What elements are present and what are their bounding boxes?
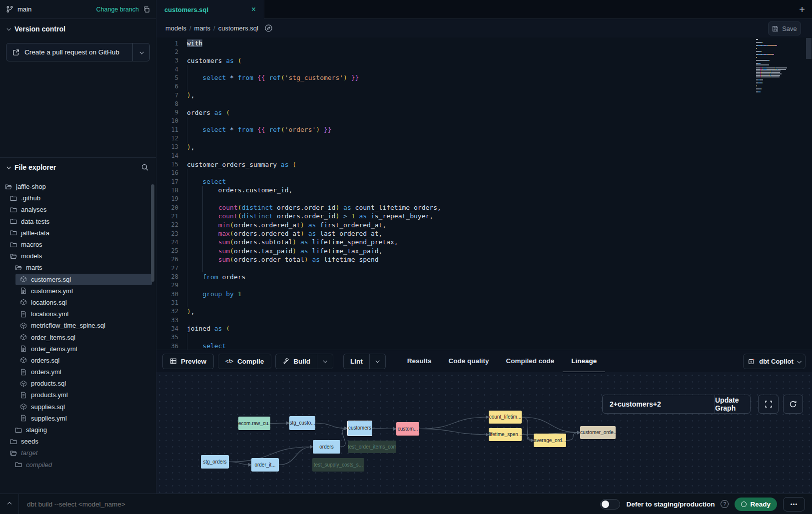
file-tree-item-macros[interactable]: macros — [10, 239, 152, 250]
lineage-node-raw_customers[interactable]: ecom.raw_cu... — [238, 417, 270, 430]
code-line: 11 select * from {{ ref('orders') }} — [156, 125, 757, 134]
indent-guide — [202, 238, 203, 246]
code-line: 3customers as ( — [156, 56, 757, 65]
dbt-command-input[interactable] — [19, 501, 600, 508]
file-tree-item-models[interactable]: models — [10, 250, 152, 262]
create-pr-button[interactable]: Create a pull request on GitHub — [6, 43, 150, 61]
indent-guide — [187, 134, 187, 142]
file-tree-item-customers-sql[interactable]: customers.sql — [15, 274, 152, 285]
file-tree-item-data-tests[interactable]: data-tests — [10, 216, 152, 227]
code-text: group by 1 — [178, 290, 242, 298]
build-dropdown[interactable] — [317, 354, 333, 369]
file-tree-item-jaffle-shop[interactable]: jaffle-shop — [5, 181, 152, 192]
tab-results[interactable]: Results — [399, 350, 440, 373]
status-ready-badge[interactable]: Ready — [735, 498, 777, 511]
file-explorer-header[interactable]: File explorer — [0, 158, 156, 177]
file-tree-item-seeds[interactable]: seeds — [10, 436, 152, 447]
code-line: 2 — [156, 47, 757, 56]
file-tree-item-locations-sql[interactable]: locations.sql — [20, 297, 152, 308]
tab-customers-sql[interactable]: customers.sql × — [156, 0, 264, 19]
table-icon — [170, 358, 177, 365]
lineage-compass-icon[interactable] — [264, 24, 273, 32]
code-line: 19 — [156, 195, 757, 203]
dbt-copilot-button[interactable]: dbt Copilot — [743, 354, 806, 369]
lineage-node-test_supply[interactable]: test_supply_costs_s... — [312, 458, 364, 472]
file-tree-item-marts[interactable]: marts — [15, 262, 152, 273]
version-control-header[interactable]: Version control — [0, 19, 156, 39]
file-tree-item-target[interactable]: target — [10, 447, 152, 459]
line-number: 33 — [156, 317, 178, 324]
lineage-edges — [156, 372, 812, 494]
lineage-node-order_items[interactable]: order_it... — [251, 458, 279, 472]
file-tree-item-metricflow-time-spine-sql[interactable]: metricflow_time_spine.sql — [20, 320, 152, 331]
lineage-node-orders[interactable]: orders — [313, 440, 340, 454]
lineage-node-customers[interactable]: customers — [347, 421, 372, 436]
file-tree-item-locations-yml[interactable]: locations.yml — [20, 308, 152, 320]
folder-icon — [15, 461, 22, 468]
breadcrumb-marts[interactable]: marts — [194, 24, 211, 32]
tab-compiled-code[interactable]: Compiled code — [498, 350, 563, 373]
file-tree-item-order-items-sql[interactable]: order_items.sql — [20, 331, 152, 343]
update-graph-button[interactable]: Update Graph — [715, 395, 750, 413]
file-tree-item-analyses[interactable]: analyses — [10, 204, 152, 215]
file-tree-item-supplies-yml[interactable]: supplies.yml — [20, 413, 152, 424]
lint-dropdown[interactable] — [369, 354, 385, 369]
defer-toggle[interactable] — [600, 499, 620, 510]
folder-icon — [10, 229, 17, 236]
create-pr-main[interactable]: Create a pull request on GitHub — [6, 48, 132, 56]
minimap[interactable] — [756, 39, 804, 93]
lint-button[interactable]: Lint — [344, 354, 369, 369]
line-number: 26 — [156, 256, 178, 263]
file-tree-item-customers-yml[interactable]: customers.yml — [20, 285, 152, 297]
line-number: 34 — [156, 325, 178, 332]
file-name: products.yml — [31, 391, 68, 399]
file-tree-item-products-sql[interactable]: products.sql — [20, 378, 152, 389]
lineage-node-customer_sem[interactable]: custom... — [396, 422, 419, 436]
refresh-button[interactable] — [783, 395, 803, 414]
save-button[interactable]: Save — [768, 21, 801, 35]
editor-scrollbar[interactable] — [806, 38, 812, 59]
preview-button[interactable]: Preview — [162, 354, 214, 369]
expand-panel-button[interactable] — [0, 494, 19, 514]
lineage-node-stg_orders[interactable]: stg_orders — [201, 455, 229, 469]
compile-button[interactable]: </> Compile — [218, 354, 271, 369]
file-tree-item-staging[interactable]: staging — [15, 424, 152, 436]
file-tree-item-supplies-sql[interactable]: supplies.sql — [20, 401, 152, 413]
lineage-node-stg_customers[interactable]: stg_custo... — [289, 416, 315, 430]
file-tree-scrollbar[interactable] — [151, 184, 154, 282]
lineage-node-count_lifetime[interactable]: count_lifetim... — [489, 411, 522, 424]
line-number: 4 — [156, 66, 178, 73]
more-options-button[interactable]: ••• — [783, 497, 805, 512]
line-number: 10 — [156, 117, 178, 124]
close-icon[interactable]: × — [251, 5, 256, 14]
tab-code-quality[interactable]: Code quality — [440, 350, 498, 373]
change-branch-link[interactable]: Change branch — [96, 6, 139, 13]
fullscreen-button[interactable] — [758, 395, 779, 414]
branch-name: main — [17, 5, 31, 13]
line-number: 8 — [156, 100, 178, 107]
file-tree-item-order-items-yml[interactable]: order_items.yml — [20, 343, 152, 355]
copy-icon[interactable] — [143, 6, 150, 13]
new-tab-button[interactable]: + — [799, 4, 805, 14]
lineage-node-test_order_items[interactable]: test_order_items_com... — [348, 441, 396, 453]
tab-lineage[interactable]: Lineage — [563, 350, 605, 373]
file-tree-item-jaffle-data[interactable]: jaffle-data — [10, 227, 152, 239]
search-icon[interactable] — [141, 163, 149, 171]
folder-icon — [10, 206, 17, 213]
code-editor[interactable]: 1with23customers as (45 select * from {{… — [156, 37, 812, 350]
lineage-panel[interactable]: ecom.raw_cu...stg_custo...customerscusto… — [156, 372, 812, 494]
lineage-node-lifetime_spend[interactable]: lifetime_spen... — [489, 428, 522, 441]
create-pr-dropdown[interactable] — [132, 43, 149, 61]
breadcrumb-models[interactable]: models — [165, 24, 186, 32]
lineage-node-average_order[interactable]: average_ord... — [534, 434, 566, 447]
file-tree-item-compiled[interactable]: compiled — [15, 459, 152, 471]
refresh-icon — [789, 400, 797, 408]
file-tree-item-products-yml[interactable]: products.yml — [20, 389, 152, 401]
help-icon[interactable]: ? — [721, 500, 729, 508]
build-button[interactable]: Build — [276, 354, 317, 369]
file-tree-item-orders-yml[interactable]: orders.yml — [20, 366, 152, 378]
lineage-selector-input[interactable] — [603, 395, 715, 413]
file-tree-item-orders-sql[interactable]: orders.sql — [20, 355, 152, 366]
lineage-node-customer_orders[interactable]: customer_orde... — [580, 426, 616, 439]
file-tree-item--github[interactable]: .github — [10, 192, 152, 204]
